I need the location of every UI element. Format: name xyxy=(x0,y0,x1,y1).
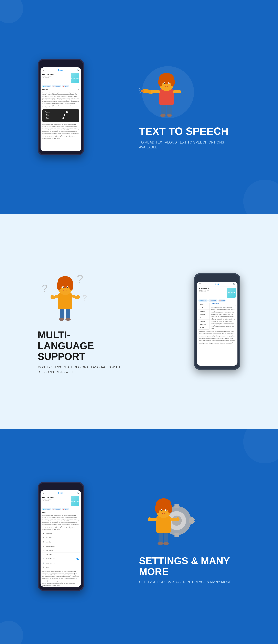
svg-point-15 xyxy=(170,78,175,86)
tts-heading: TEXT TO SPEECH xyxy=(139,126,229,137)
svg-rect-1 xyxy=(162,104,166,116)
search-icon-lang[interactable]: 🔍 xyxy=(233,283,236,286)
text-size-icon: T xyxy=(42,541,44,543)
phone-content: Lorem Ipsum is simply dummy text of the … xyxy=(40,92,81,108)
chapter-label: Chapter xyxy=(42,89,48,91)
settings-read-along[interactable]: 📖 Read Along Text xyxy=(42,561,80,565)
brightness-icon: ☀ xyxy=(42,532,44,535)
menu-icon-settings[interactable]: ☰ xyxy=(42,492,44,494)
menu-icon[interactable]: ☰ xyxy=(42,69,44,71)
lang-deutch[interactable]: Deutch xyxy=(198,326,210,330)
svg-point-30 xyxy=(50,295,54,299)
chapter-header: Chapter ⚙ xyxy=(40,88,81,92)
tab-language-settings[interactable]: 🌐 Language xyxy=(42,508,51,510)
volume-row: Volume xyxy=(45,111,77,113)
pitch-slider[interactable] xyxy=(52,115,77,115)
tts-character xyxy=(139,65,197,120)
lang-content-more: Lorem Ipsum is simply dummy text of the … xyxy=(197,330,238,345)
phone-mockup-tts: ☰ Book 🔍 PLAY WITH ME Written by mr.red … xyxy=(38,59,84,156)
pitch-row: Pitch xyxy=(45,114,77,116)
svg-point-60 xyxy=(176,517,180,521)
svg-rect-44 xyxy=(174,504,179,508)
read-along-label: Read Along Text xyxy=(46,562,79,564)
svg-point-39 xyxy=(63,287,64,288)
svg-rect-27 xyxy=(58,293,72,309)
book-cover-settings: PLAY WITH ME xyxy=(71,496,79,506)
svg-point-36 xyxy=(69,281,74,290)
font-color-icon: A xyxy=(42,537,44,539)
svg-text:?: ? xyxy=(82,293,87,302)
lang-russian[interactable]: Russian xyxy=(198,320,210,323)
tab-language-lang[interactable]: 🌐 Language xyxy=(198,300,208,302)
book-author-settings: Written by mr.red xyxy=(42,498,54,500)
lang-arabic[interactable]: Arabic xyxy=(198,316,210,320)
rate-slider[interactable] xyxy=(52,118,77,118)
lorem-ipsum-title: Lorem Ipsum xyxy=(211,303,236,304)
phone-header-settings: ☰ Book 🔍 xyxy=(40,490,81,495)
svg-rect-24 xyxy=(66,308,70,319)
line-spacing-icon: ☰ xyxy=(42,549,44,552)
volume-label: Volume xyxy=(45,111,51,113)
lang-char-svg: ? ? ? xyxy=(38,269,96,324)
lang-japanese[interactable]: Japanese xyxy=(198,323,210,326)
settings-tts[interactable]: 🔊 Text To Speech xyxy=(42,557,80,561)
book-title-settings: PLAY WITH ME xyxy=(42,496,54,498)
lang-subtext: MOSTLY SUPPORT ALL REGIONAL LANGUAGES WI… xyxy=(38,365,124,374)
settings-line-spacing[interactable]: ☰ Line Spacing xyxy=(42,548,80,552)
lang-hindi[interactable]: Hindi xyxy=(198,306,210,310)
tab-bookmark-lang[interactable]: 🔖 BookMark xyxy=(208,300,218,302)
line-spacing-label: Line Spacing xyxy=(46,550,79,551)
tab-bookmark[interactable]: 🔖 BookMark xyxy=(52,85,61,87)
settings-brightness[interactable]: ☀ Brightness xyxy=(42,532,80,536)
settings-left: ☰ Book 🔍 PLAY WITH ME Written by mr.red … xyxy=(38,482,84,591)
phone-tabs-settings: 🌐 Language 🔖 BookMark 📌 Pinned xyxy=(40,508,81,511)
book-title: PLAY WITH ME xyxy=(42,73,54,75)
settings-font-color[interactable]: A Font Color xyxy=(42,536,80,540)
tab-pinned-settings[interactable]: 📌 Pinned xyxy=(62,508,69,510)
svg-text:?: ? xyxy=(77,273,83,286)
settings-menu: ☀ Brightness A Font Color T Text Size xyxy=(40,531,81,570)
tts-label: Text To Speech xyxy=(46,558,75,560)
lang-split: English Hindi Chinese Spanish Arabic Rus… xyxy=(197,302,238,330)
phone-notch-lang xyxy=(208,277,226,280)
volume-slider[interactable] xyxy=(52,112,77,112)
chapter-header-settings: Chapt... xyxy=(40,511,81,514)
settings-text-alignment[interactable]: ≡ Text Allignment xyxy=(42,544,80,548)
lang-english[interactable]: English xyxy=(198,303,210,306)
tab-language[interactable]: 🌐 Language xyxy=(42,85,51,87)
lang-heading: MULTI-LANGUAGE SUPPORT xyxy=(38,330,124,362)
section-settings: ☰ Book 🔍 PLAY WITH ME Written by mr.red … xyxy=(0,429,278,644)
settings-auto-scroll[interactable]: ↻ Auto Scroll xyxy=(42,552,80,557)
settings-reset[interactable]: ⚙ Reset xyxy=(42,565,80,570)
tab-pinned-lang[interactable]: 📌 Pinned xyxy=(218,300,226,302)
phone-tabs: 🌐 Language 🔖 BookMark 📌 Pinned xyxy=(40,84,81,88)
svg-text:?: ? xyxy=(42,283,48,294)
language-list: English Hindi Chinese Spanish Arabic Rus… xyxy=(198,303,210,330)
lang-spanish[interactable]: Spanish xyxy=(198,313,210,316)
phone-notch-settings xyxy=(52,486,70,489)
svg-point-68 xyxy=(161,510,162,511)
phone-notch xyxy=(52,63,70,66)
lang-chinese[interactable]: Chinese xyxy=(198,310,210,313)
svg-point-14 xyxy=(158,78,162,86)
brightness-label: Brightness xyxy=(46,533,79,534)
book-cover-lang: PLAY WITH ME xyxy=(227,288,236,298)
svg-point-35 xyxy=(57,281,61,290)
gear-icon-lang[interactable]: ⚙ xyxy=(235,305,236,306)
svg-point-64 xyxy=(155,504,160,514)
phone-book-info: PLAY WITH ME Written by mr.red 12 Chapte… xyxy=(40,72,81,84)
tts-toggle[interactable] xyxy=(76,558,79,560)
search-icon-settings[interactable]: 🔍 xyxy=(76,492,79,494)
tab-pinned[interactable]: 📌 Pinned xyxy=(62,85,69,87)
svg-rect-45 xyxy=(174,533,179,537)
svg-point-31 xyxy=(76,295,80,299)
svg-rect-52 xyxy=(158,532,162,544)
phone-book-info-lang: PLAY WITH ME Written by mr.red 12 Chapte… xyxy=(197,286,238,299)
tab-bookmark-settings[interactable]: 🔖 BookMark xyxy=(52,508,61,510)
book-author-lang: Written by mr.red xyxy=(199,290,210,291)
settings-text-size[interactable]: T Text Size xyxy=(42,540,80,544)
menu-icon-lang[interactable]: ☰ xyxy=(199,283,201,286)
gear-icon[interactable]: ⚙ xyxy=(78,89,79,91)
phone-mockup-settings: ☰ Book 🔍 PLAY WITH ME Written by mr.red … xyxy=(38,482,84,591)
search-icon[interactable]: 🔍 xyxy=(76,69,79,71)
